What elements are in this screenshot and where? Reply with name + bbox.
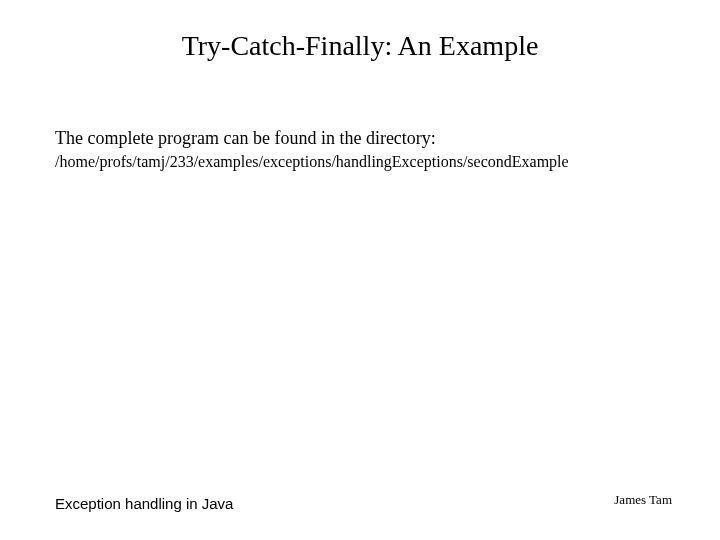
directory-path: /home/profs/tamj/233/examples/exceptions… — [55, 153, 569, 171]
slide-body-text: The complete program can be found in the… — [55, 128, 436, 149]
footer-right-author: James Tam — [614, 492, 672, 508]
footer-left-text: Exception handling in Java — [55, 495, 233, 512]
slide-container: Try-Catch-Finally: An Example The comple… — [0, 0, 720, 540]
slide-title: Try-Catch-Finally: An Example — [0, 30, 720, 62]
